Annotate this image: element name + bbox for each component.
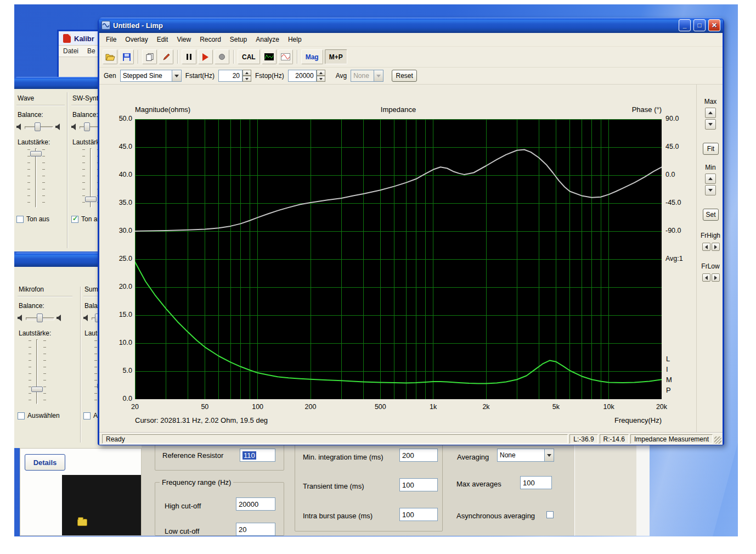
frequency-axis-tick: 100 bbox=[247, 403, 269, 411]
magnitude-axis-tick: 45.0 bbox=[107, 143, 132, 150]
balance-slider[interactable] bbox=[26, 312, 54, 323]
spin-up-icon[interactable] bbox=[705, 174, 716, 184]
spin-up-icon[interactable] bbox=[705, 108, 716, 118]
spectrum-button[interactable] bbox=[262, 49, 277, 64]
select-checkbox[interactable] bbox=[18, 412, 25, 419]
frequency-axis-tick: 2k bbox=[475, 403, 497, 411]
resize-grip[interactable] bbox=[714, 437, 721, 444]
fstop-value[interactable]: 20000 bbox=[288, 70, 317, 82]
magnitude-view-button[interactable]: Mag bbox=[301, 49, 323, 64]
dropdown-arrow-icon[interactable] bbox=[172, 70, 181, 81]
volume-slider[interactable] bbox=[27, 339, 47, 404]
reference-resistor-label: Reference Resistor bbox=[162, 451, 223, 460]
spin-down-icon[interactable] bbox=[242, 76, 251, 82]
start-button[interactable] bbox=[198, 49, 213, 64]
balance-thumb[interactable] bbox=[37, 314, 43, 322]
magnitude-axis-tick: 0.0 bbox=[107, 395, 132, 402]
async-averaging-checkbox[interactable] bbox=[546, 511, 554, 518]
impedance-plot[interactable] bbox=[135, 119, 662, 399]
balance-thumb[interactable] bbox=[35, 122, 41, 131]
mute-checkbox[interactable] bbox=[16, 216, 24, 223]
frequency-axis-tick: 200 bbox=[300, 403, 321, 411]
fstop-spinner[interactable]: 20000 bbox=[288, 70, 325, 82]
menu-item-bearbeiten[interactable]: Be bbox=[87, 47, 95, 55]
transient-time-field[interactable]: 100 bbox=[399, 478, 438, 491]
dropdown-arrow-icon[interactable] bbox=[544, 449, 554, 461]
spin-down-icon[interactable] bbox=[317, 76, 325, 82]
app-icon bbox=[101, 21, 110, 30]
mixer-channel-mikrofon: Mikrofon Balance: Lautstärke: Auswählen bbox=[18, 286, 72, 419]
volume-thumb[interactable] bbox=[31, 387, 43, 392]
pause-button[interactable] bbox=[182, 49, 196, 64]
balance-thumb[interactable] bbox=[84, 122, 90, 131]
volume-slider[interactable] bbox=[26, 148, 46, 208]
intra-burst-value: 100 bbox=[402, 511, 414, 519]
menu-help[interactable]: Help bbox=[284, 34, 306, 45]
copy-icon bbox=[146, 53, 154, 61]
spin-down-icon[interactable] bbox=[705, 185, 716, 195]
balance-slider[interactable] bbox=[25, 121, 53, 132]
intra-burst-field[interactable]: 100 bbox=[399, 508, 438, 521]
arrow-right-icon[interactable] bbox=[712, 243, 720, 251]
volume-thumb[interactable] bbox=[85, 197, 97, 202]
x-axis-title: Frequency(Hz) bbox=[552, 416, 662, 424]
arrow-right-icon[interactable] bbox=[712, 273, 720, 282]
arrow-left-icon[interactable] bbox=[702, 243, 710, 251]
fstart-spinner[interactable]: 20 bbox=[218, 70, 251, 82]
async-averaging-label: Asynchronous averaging bbox=[456, 512, 535, 520]
low-cutoff-value: 20 bbox=[239, 525, 246, 534]
limp-vertical-label: LIMP bbox=[666, 354, 672, 395]
minimize-button[interactable]: _ bbox=[679, 19, 691, 31]
status-mode: Impedance Measurement bbox=[630, 434, 713, 444]
frlow-arrows[interactable] bbox=[702, 273, 720, 282]
record-button[interactable] bbox=[215, 49, 229, 64]
reset-button[interactable]: Reset bbox=[392, 70, 417, 82]
magnitude-phase-view-button[interactable]: M+P bbox=[325, 49, 347, 64]
frhigh-arrows[interactable] bbox=[702, 243, 720, 251]
menu-file[interactable]: File bbox=[101, 34, 121, 45]
menu-item-datei[interactable]: Datei bbox=[63, 47, 78, 55]
spin-up-icon[interactable] bbox=[317, 70, 325, 76]
low-cutoff-field[interactable]: 20 bbox=[236, 523, 275, 536]
column-divider bbox=[80, 287, 81, 443]
menu-setup[interactable]: Setup bbox=[225, 34, 251, 45]
reference-resistor-field[interactable]: 110 bbox=[240, 449, 275, 462]
high-cutoff-field[interactable]: 20000 bbox=[236, 497, 275, 511]
open-button[interactable] bbox=[103, 49, 117, 64]
speaker-low-icon bbox=[18, 315, 24, 321]
maximize-button[interactable]: □ bbox=[693, 19, 706, 31]
sine-button[interactable] bbox=[278, 49, 293, 64]
dropdown-arrow-icon bbox=[374, 70, 383, 81]
menu-view[interactable]: View bbox=[172, 34, 195, 45]
spin-up-icon[interactable] bbox=[242, 70, 251, 76]
arrow-left-icon[interactable] bbox=[702, 273, 710, 282]
generator-type-select[interactable]: Stepped Sine bbox=[120, 70, 182, 82]
max-averages-field[interactable]: 100 bbox=[520, 476, 552, 489]
max-spinner[interactable] bbox=[705, 108, 716, 130]
set-button[interactable]: Set bbox=[703, 209, 719, 221]
volume-thumb[interactable] bbox=[30, 151, 42, 156]
menu-overlay[interactable]: Overlay bbox=[121, 34, 152, 45]
floppy-icon bbox=[123, 53, 131, 61]
fstart-value[interactable]: 20 bbox=[218, 70, 242, 82]
min-spinner[interactable] bbox=[705, 174, 716, 195]
min-integration-field[interactable]: 200 bbox=[399, 449, 438, 462]
select-checkbox[interactable] bbox=[83, 412, 91, 419]
copy-button[interactable] bbox=[142, 49, 157, 64]
close-button[interactable]: ✕ bbox=[708, 19, 720, 31]
menu-analyze[interactable]: Analyze bbox=[251, 34, 284, 45]
phase-axis-tick: 45.0 bbox=[665, 143, 691, 150]
play-icon bbox=[202, 53, 208, 61]
fit-button[interactable]: Fit bbox=[703, 143, 719, 155]
limp-titlebar[interactable]: Untitled - Limp _ □ ✕ bbox=[99, 18, 723, 33]
toolbar: CAL Mag M+P bbox=[99, 46, 723, 67]
mute-checkbox[interactable] bbox=[71, 216, 78, 223]
menu-record[interactable]: Record bbox=[195, 34, 225, 45]
averaging-select[interactable]: None bbox=[497, 449, 554, 462]
calibrate-button[interactable]: CAL bbox=[238, 49, 260, 64]
save-button[interactable] bbox=[119, 49, 134, 64]
spin-down-icon[interactable] bbox=[705, 119, 716, 130]
menu-edit[interactable]: Edit bbox=[153, 34, 173, 45]
edit-pen-button[interactable] bbox=[159, 49, 173, 64]
details-button[interactable]: Details bbox=[25, 454, 65, 471]
